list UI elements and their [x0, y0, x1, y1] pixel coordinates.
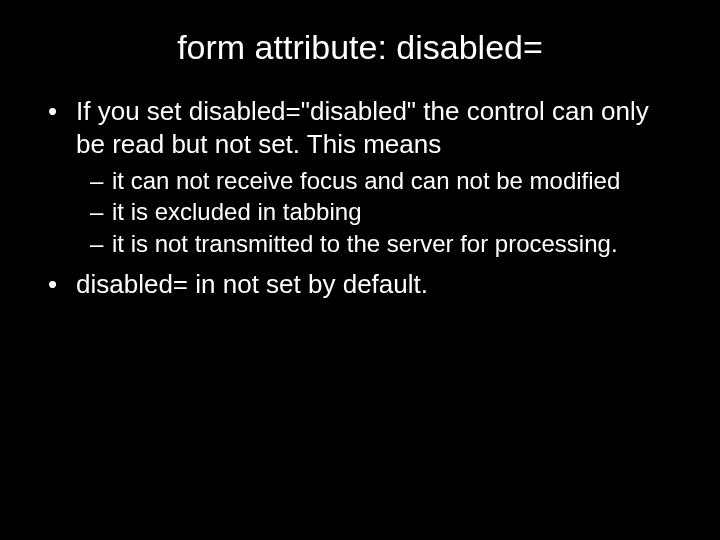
slide-title: form attribute: disabled= [48, 28, 672, 67]
sub-bullet-item: it is excluded in tabbing [90, 197, 672, 226]
bullet-text: If you set disabled="disabled" the contr… [76, 96, 649, 159]
slide: form attribute: disabled= If you set dis… [0, 0, 720, 540]
sub-bullet-item: it can not receive focus and can not be … [90, 166, 672, 195]
sub-bullet-list: it can not receive focus and can not be … [76, 166, 672, 258]
sub-bullet-item: it is not transmitted to the server for … [90, 229, 672, 258]
bullet-text: disabled= in not set by default. [76, 269, 428, 299]
bullet-item: If you set disabled="disabled" the contr… [48, 95, 672, 258]
bullet-item: disabled= in not set by default. [48, 268, 672, 301]
bullet-list: If you set disabled="disabled" the contr… [48, 95, 672, 300]
